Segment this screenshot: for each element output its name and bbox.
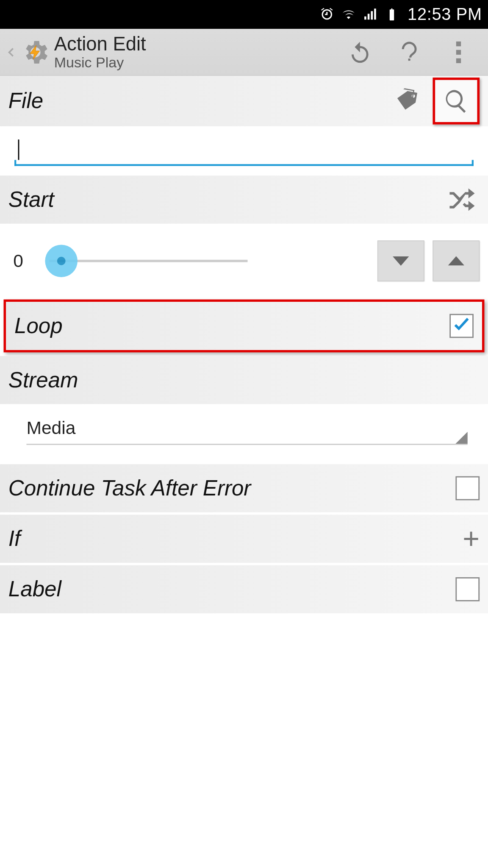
undo-button[interactable] [346, 38, 374, 66]
stream-label: Stream [8, 367, 480, 393]
file-input[interactable] [14, 137, 474, 166]
label-label: Label [8, 577, 456, 602]
file-label: File [8, 89, 389, 114]
battery-icon [383, 6, 400, 23]
file-input-row [0, 126, 488, 171]
cte-label: Continue Task After Error [8, 476, 456, 501]
loop-highlight: Loop [4, 300, 485, 353]
status-bar: 12:53 PM [0, 0, 488, 29]
start-value: 0 [13, 251, 39, 271]
help-button[interactable] [396, 38, 423, 66]
page-subtitle: Music Play [54, 55, 346, 70]
tag-icon[interactable] [389, 83, 424, 118]
status-time: 12:53 PM [408, 5, 482, 24]
start-slider[interactable] [49, 260, 247, 262]
label-checkbox[interactable] [455, 577, 480, 601]
start-section-header: Start [0, 175, 488, 223]
overflow-menu-button[interactable] [445, 38, 472, 66]
back-button[interactable] [3, 40, 19, 64]
if-label: If [8, 526, 463, 551]
wifi-icon [340, 6, 357, 23]
loop-section-header[interactable]: Loop [6, 302, 482, 350]
shuffle-icon[interactable] [445, 182, 480, 217]
start-slider-row: 0 [0, 224, 488, 298]
app-bar: Action Edit Music Play [0, 29, 488, 76]
loop-label: Loop [14, 313, 449, 339]
cte-checkbox[interactable] [455, 476, 480, 501]
increment-button[interactable] [433, 240, 480, 281]
stream-selected: Media [26, 418, 75, 438]
dropdown-caret-icon [455, 432, 467, 444]
file-section-header: File [0, 76, 488, 126]
stream-dropdown[interactable]: Media [26, 412, 467, 445]
loop-checkbox[interactable] [449, 314, 474, 338]
stream-dropdown-row: Media [0, 404, 488, 450]
start-label: Start [8, 187, 445, 212]
slider-thumb-icon[interactable] [45, 245, 78, 277]
page-title: Action Edit [54, 34, 346, 55]
alarm-icon [319, 6, 336, 23]
if-section-header[interactable]: If + [0, 515, 488, 562]
decrement-button[interactable] [377, 240, 424, 281]
label-section-header[interactable]: Label [0, 565, 488, 613]
file-search-button[interactable] [433, 78, 480, 125]
cte-section-header[interactable]: Continue Task After Error [0, 464, 488, 512]
signal-icon [362, 6, 379, 23]
tasker-logo-icon [20, 37, 50, 67]
plus-icon[interactable]: + [463, 524, 480, 553]
stream-section-header: Stream [0, 356, 488, 404]
